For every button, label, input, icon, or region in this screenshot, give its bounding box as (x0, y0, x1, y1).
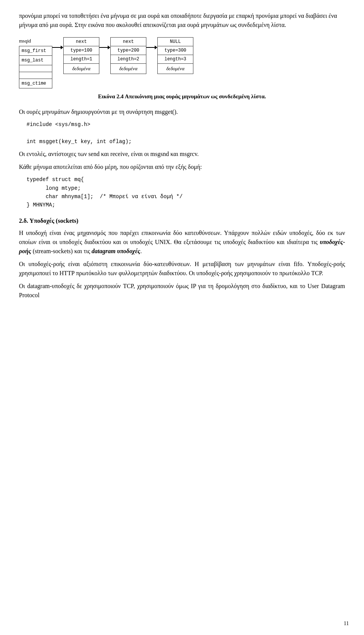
node3-row1: NULL (158, 38, 193, 46)
figure-text: Απεικόνιση μιας ουράς μηνυμάτων ως συνδε… (124, 93, 266, 99)
msgqid-label: msqid (19, 37, 52, 45)
node-2: next type=200 length=2 δεδομένα (110, 37, 146, 74)
arrow-1 (52, 46, 63, 49)
code-block-2: typedef struct mq{ long mtype; char mhny… (27, 175, 345, 210)
body-p4: Η υποδοχή είναι ένας μηχανισμός που παρέ… (19, 228, 345, 256)
arrow-line-2 (99, 47, 108, 48)
arrow-head-3 (155, 46, 157, 49)
struct-cell-empty1 (19, 65, 52, 72)
arrow-line-1 (52, 47, 61, 48)
node1-row1: next (64, 38, 99, 46)
node2-row2: type=200 (111, 46, 146, 55)
intro-paragraph: προνόμια μπορεί να τοποθετήσει ένα μήνυμ… (19, 11, 345, 30)
node3-row2: type=300 (158, 46, 193, 55)
struct-cell-msglast: msg_last (19, 56, 52, 65)
arrow-head-2 (108, 46, 110, 49)
figure-caption: Εικόνα 2.4 Απεικόνιση μιας ουράς μηνυμάτ… (19, 92, 345, 101)
body-p6: Οι datagram-υποδοχές δε χρησιμοποιούν TC… (19, 282, 345, 300)
body-p3: Κάθε μήνυμα αποτελείται από δύο μέρη, πο… (19, 162, 345, 172)
body-bold-italic-2: datagram υποδοχές (92, 248, 140, 254)
body-p4-text: Η υποδοχή είναι ένας μηχανισμός που παρέ… (19, 230, 345, 245)
body-p4c: . (140, 248, 142, 254)
struct-cell-msgfirst: msg_first (19, 46, 52, 56)
body-p5: Οι υποδοχές-ροής είναι αξιόπιστη επικοιν… (19, 260, 345, 278)
section-title: 2.δ. Υποδοχές (sockets) (19, 216, 345, 225)
node3-row3: length=3 (158, 55, 193, 64)
node3-data: δεδομένα (158, 64, 193, 74)
node1-row3: length=1 (64, 55, 99, 64)
figure-label: Εικόνα 2.4 (98, 93, 124, 99)
node2-row1: next (111, 38, 146, 46)
node1-row2: type=100 (64, 46, 99, 55)
arrow-2 (99, 46, 110, 49)
body-p2: Οι εντολές, αντίστοιχες των send και rec… (19, 150, 345, 159)
arrow-head-1 (61, 46, 63, 49)
body-p1: Οι ουρές μηνυμάτων δημιουργούνται με τη … (19, 107, 345, 117)
body-p4b: (stream-sockets) και τις (33, 248, 90, 254)
msgqid-struct: msg_first msg_last msg_ctime (19, 46, 52, 88)
struct-cell-msgctime: msg_ctime (19, 79, 52, 88)
node1-data: δεδομένα (64, 64, 99, 74)
node-1: next type=100 length=1 δεδομένα (63, 37, 99, 74)
code-block-1: #include <sys/msg.h> int msgget(key_t ke… (27, 120, 345, 146)
node2-data: δεδομένα (111, 64, 146, 74)
arrow-line-3 (146, 47, 155, 48)
node2-row3: length=2 (111, 55, 146, 64)
diagram: msqid msg_first msg_last msg_ctime next … (19, 37, 345, 88)
struct-cell-empty2 (19, 72, 52, 79)
arrow-3 (146, 46, 157, 49)
node-3: NULL type=300 length=3 δεδομένα (157, 37, 193, 74)
